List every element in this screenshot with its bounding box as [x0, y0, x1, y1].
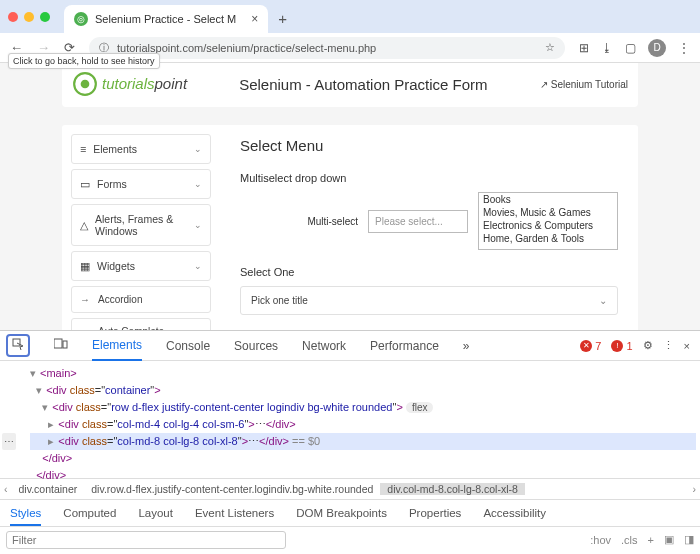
multi-select-listbox[interactable]: Books Movies, Music & Games Electronics …: [478, 192, 618, 250]
crumb-scroll-right[interactable]: ›: [689, 483, 701, 495]
url-text: tutorialspoint.com/selenium/practice/sel…: [117, 42, 376, 54]
filter-input[interactable]: [6, 531, 286, 549]
tab-layout[interactable]: Layout: [138, 507, 173, 519]
favicon-icon: ◎: [74, 12, 88, 26]
error-count[interactable]: ✕7: [580, 340, 601, 352]
inspect-element-button[interactable]: [6, 334, 30, 357]
bookmark-icon[interactable]: ☆: [545, 41, 555, 54]
hov-toggle[interactable]: :hov: [590, 534, 611, 546]
page-viewport: tutorialspoint Selenium - Automation Pra…: [0, 63, 700, 330]
widget-icon: ▦: [80, 260, 90, 272]
breadcrumb-selected[interactable]: div.col-md-8.col-lg-8.col-xl-8: [380, 483, 525, 495]
gutter-actions-icon[interactable]: ⋯: [2, 433, 16, 450]
logo-icon: [72, 71, 98, 97]
tab-sources[interactable]: Sources: [234, 339, 278, 353]
cls-toggle[interactable]: .cls: [621, 534, 638, 546]
chevron-down-icon: ⌄: [599, 295, 607, 306]
page-header: tutorialspoint Selenium - Automation Pra…: [62, 63, 638, 107]
logo[interactable]: tutorialspoint: [72, 71, 187, 97]
bell-icon: △: [80, 219, 88, 231]
svg-rect-4: [63, 341, 67, 348]
tab-performance[interactable]: Performance: [370, 339, 439, 353]
sidebar-sub-accordion[interactable]: →Accordion: [71, 286, 211, 313]
tutorial-link[interactable]: ↗ Selenium Tutorial: [540, 79, 628, 90]
back-tooltip: Click to go back, hold to see history: [8, 53, 160, 69]
tab-title: Selenium Practice - Select M: [95, 13, 236, 25]
list-item[interactable]: Books: [479, 193, 617, 206]
tab-dom-breakpoints[interactable]: DOM Breakpoints: [296, 507, 387, 519]
more-tabs-icon[interactable]: »: [463, 339, 470, 353]
new-style-rule-button[interactable]: +: [648, 534, 654, 546]
page-title: Selenium - Automation Practice Form: [239, 76, 487, 93]
devtools-menu-icon[interactable]: ⋮: [663, 339, 674, 352]
styles-tab-bar: Styles Computed Layout Event Listeners D…: [0, 500, 700, 526]
panel-icon[interactable]: ▢: [625, 41, 636, 55]
download-icon[interactable]: ⭳: [601, 41, 613, 55]
sidebar-item-alerts[interactable]: △Alerts, Frames & Windows⌄: [71, 204, 211, 246]
minimize-window-icon[interactable]: [24, 12, 34, 22]
select-one-dropdown[interactable]: Pick one title ⌄: [240, 286, 618, 315]
crumb-scroll-left[interactable]: ‹: [0, 483, 12, 495]
tab-event-listeners[interactable]: Event Listeners: [195, 507, 274, 519]
maximize-window-icon[interactable]: [40, 12, 50, 22]
tab-close-icon[interactable]: ×: [251, 12, 258, 26]
sidebar-item-elements[interactable]: ≡Elements⌄: [71, 134, 211, 164]
tab-console[interactable]: Console: [166, 339, 210, 353]
breadcrumb[interactable]: div.container: [12, 483, 85, 495]
chevron-down-icon: ⌄: [194, 220, 202, 230]
chevron-down-icon: ⌄: [194, 179, 202, 189]
sidebar: ≡Elements⌄ ▭Forms⌄ △Alerts, Frames & Win…: [62, 125, 220, 330]
warning-count[interactable]: !1: [611, 340, 632, 352]
chevron-down-icon: ⌄: [194, 144, 202, 154]
device-toolbar-button[interactable]: [54, 338, 68, 353]
section-title: Select Menu: [240, 137, 618, 154]
tab-network[interactable]: Network: [302, 339, 346, 353]
computed-panel-icon[interactable]: ▣: [664, 533, 674, 546]
multi-select-label: Multi-select: [307, 216, 358, 227]
tab-accessibility[interactable]: Accessibility: [483, 507, 546, 519]
tab-elements[interactable]: Elements: [92, 338, 142, 361]
devtools-tab-bar: Elements Console Sources Network Perform…: [0, 331, 700, 361]
sidebar-item-forms[interactable]: ▭Forms⌄: [71, 169, 211, 199]
select-one-heading: Select One: [240, 266, 618, 278]
tab-computed[interactable]: Computed: [63, 507, 116, 519]
tab-styles[interactable]: Styles: [10, 507, 41, 526]
breadcrumb[interactable]: div.row.d-flex.justify-content-center.lo…: [84, 483, 380, 495]
list-item[interactable]: Home, Garden & Tools: [479, 232, 617, 245]
multi-select-input[interactable]: Please select...: [368, 210, 468, 233]
browser-tab-strip: ◎ Selenium Practice - Select M × +: [0, 0, 700, 33]
profile-avatar[interactable]: D: [648, 39, 666, 57]
svg-point-1: [81, 80, 90, 89]
styles-filter-bar: :hov .cls + ▣ ◨: [0, 526, 700, 552]
arrow-right-icon: →: [80, 294, 90, 305]
sidebar-item-widgets[interactable]: ▦Widgets⌄: [71, 251, 211, 281]
browser-tab[interactable]: ◎ Selenium Practice - Select M ×: [64, 5, 268, 33]
devtools-close-icon[interactable]: ×: [684, 340, 690, 352]
close-window-icon[interactable]: [8, 12, 18, 22]
content-card: ≡Elements⌄ ▭Forms⌄ △Alerts, Frames & Win…: [62, 125, 638, 330]
extensions-icon[interactable]: ⊞: [579, 41, 589, 55]
list-icon: ≡: [80, 143, 86, 155]
form-icon: ▭: [80, 178, 90, 190]
new-tab-button[interactable]: +: [278, 10, 287, 27]
chevron-down-icon: ⌄: [194, 261, 202, 271]
settings-icon[interactable]: ⚙: [643, 339, 653, 352]
arrow-right-icon: →: [80, 326, 90, 330]
external-link-icon: ↗: [540, 79, 548, 90]
address-bar[interactable]: ⓘ tutorialspoint.com/selenium/practice/s…: [89, 37, 565, 59]
svg-rect-2: [13, 339, 20, 346]
list-item[interactable]: Electronics & Computers: [479, 219, 617, 232]
elements-tree[interactable]: ▾<main> ▾<div class="container"> ▾<div c…: [0, 361, 700, 478]
toggle-sidebar-icon[interactable]: ◨: [684, 533, 694, 546]
multiselect-heading: Multiselect drop down: [240, 172, 618, 184]
devtools-panel: Elements Console Sources Network Perform…: [0, 330, 700, 552]
tab-properties[interactable]: Properties: [409, 507, 461, 519]
svg-rect-3: [54, 339, 62, 348]
list-item[interactable]: Movies, Music & Games: [479, 206, 617, 219]
chrome-menu-icon[interactable]: ⋮: [678, 41, 690, 55]
macos-window-controls: [8, 12, 50, 22]
sidebar-sub-autocomplete[interactable]: →Auto Complete: [71, 318, 211, 330]
main-panel: Select Menu Multiselect drop down Multi-…: [220, 125, 638, 330]
